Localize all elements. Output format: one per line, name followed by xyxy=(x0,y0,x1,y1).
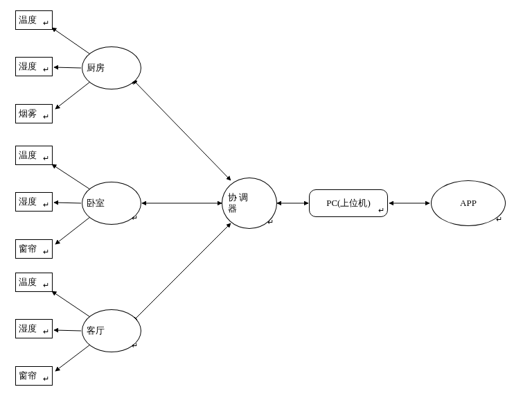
sensor-kitchen-humid: 湿度 ↵ xyxy=(15,57,53,76)
cj-icon: ↵ xyxy=(43,112,49,121)
app-label: APP xyxy=(460,198,477,209)
room-label: 客厅 xyxy=(87,325,105,336)
room-bedroom: 卧室 ↵ xyxy=(82,182,141,225)
sensor-kitchen-smoke: 烟雾 ↵ xyxy=(15,104,53,123)
edge-bedroom-temp xyxy=(52,164,90,189)
edge-kitchen-coord xyxy=(133,80,231,180)
edge-bedroom-curtain xyxy=(55,217,90,244)
cj-icon: ↵ xyxy=(267,218,274,227)
edge-kitchen-temp xyxy=(52,28,90,54)
sensor-label: 温度 xyxy=(19,15,37,26)
sensor-label: 温度 xyxy=(19,150,37,161)
cj-icon: ↵ xyxy=(43,19,49,28)
room-label: 卧室 xyxy=(87,198,105,209)
cj-icon: ↵ xyxy=(43,281,49,290)
sensor-label: 湿度 xyxy=(19,61,37,72)
sensor-label: 烟雾 xyxy=(19,108,37,119)
room-kitchen: 厨房 ↵ xyxy=(82,46,141,89)
cj-icon: ↵ xyxy=(43,327,49,336)
cj-icon: ↵ xyxy=(43,154,49,163)
cj-icon: ↵ xyxy=(43,375,49,384)
sensor-bedroom-curtain: 窗帘 ↵ xyxy=(15,239,53,259)
sensor-label: 湿度 xyxy=(19,196,37,207)
edge-bedroom-humid xyxy=(54,203,81,203)
sensor-label: 温度 xyxy=(19,277,37,288)
edge-kitchen-smoke xyxy=(55,82,90,109)
sensor-living-humid: 湿度 ↵ xyxy=(15,319,53,338)
sensor-label: 湿度 xyxy=(19,323,37,334)
pc-label: PC(上位机) xyxy=(326,198,371,209)
diagram-canvas: 温度 ↵ 湿度 ↵ 烟雾 ↵ 厨房 ↵ 温度 ↵ 湿度 ↵ 窗帘 ↵ 卧室 ↵ … xyxy=(0,0,532,396)
cj-icon: ↵ xyxy=(43,65,49,74)
sensor-bedroom-temp: 温度 ↵ xyxy=(15,146,53,165)
cj-icon: ↵ xyxy=(132,341,138,350)
edge-living-coord xyxy=(133,223,231,321)
cj-icon: ↵ xyxy=(132,214,138,223)
sensor-living-temp: 温度 ↵ xyxy=(15,273,53,292)
room-label: 厨房 xyxy=(87,62,105,74)
cj-icon: ↵ xyxy=(43,248,49,257)
room-living: 客厅 ↵ xyxy=(82,309,141,352)
sensor-bedroom-humid: 湿度 ↵ xyxy=(15,192,53,212)
app-node: APP ↵ xyxy=(431,180,506,226)
edge-living-curtain xyxy=(55,345,90,371)
sensor-kitchen-temp: 温度 ↵ xyxy=(15,10,53,30)
coordinator-node: 协 调 器 ↵ xyxy=(222,178,277,229)
cj-icon: ↵ xyxy=(496,215,502,224)
edge-living-humid xyxy=(54,330,81,331)
cj-icon: ↵ xyxy=(378,206,384,215)
pc-node: PC(上位机) ↵ xyxy=(309,189,388,217)
coordinator-label: 协 调 器 xyxy=(228,192,258,214)
sensor-label: 窗帘 xyxy=(19,243,37,255)
sensor-living-curtain: 窗帘 ↵ xyxy=(15,366,53,386)
edge-kitchen-humid xyxy=(54,67,81,68)
cj-icon: ↵ xyxy=(43,200,49,209)
edge-living-temp xyxy=(52,291,90,317)
cj-icon: ↵ xyxy=(132,78,138,87)
sensor-label: 窗帘 xyxy=(19,370,37,381)
